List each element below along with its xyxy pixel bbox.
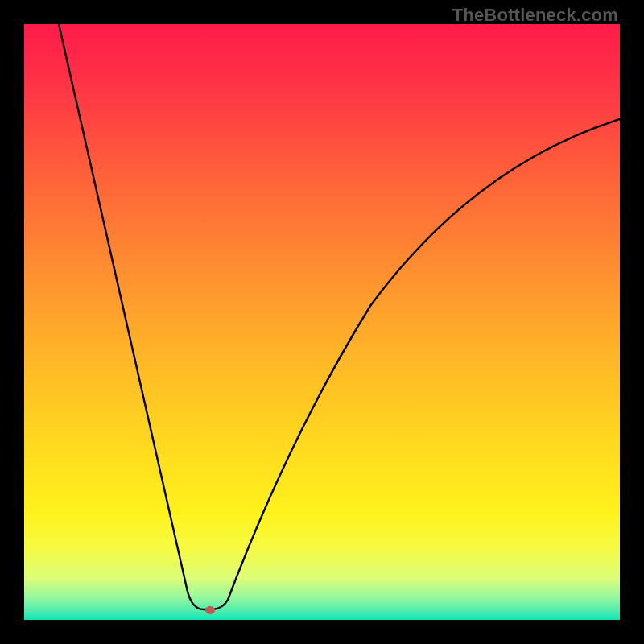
min-marker-icon xyxy=(205,606,215,614)
right-curve xyxy=(213,119,620,609)
curve-overlay xyxy=(24,24,620,620)
left-curve xyxy=(59,24,208,609)
watermark-text: TheBottleneck.com xyxy=(452,5,618,26)
chart-frame: TheBottleneck.com xyxy=(0,0,644,644)
plot-area xyxy=(24,24,620,620)
